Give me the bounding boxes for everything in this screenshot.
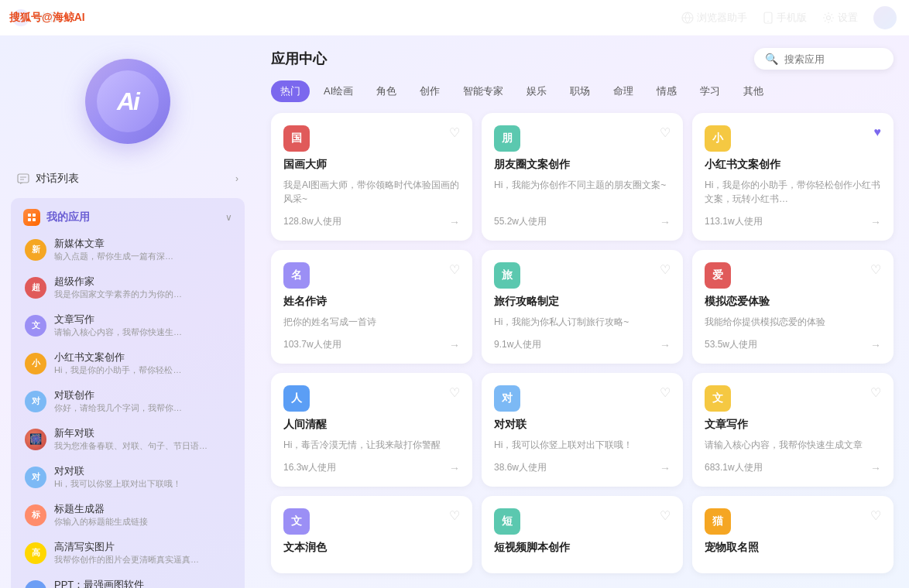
app-center-title: 应用中心 (271, 50, 327, 68)
card-heart-button[interactable]: ♡ (449, 508, 460, 523)
app-card[interactable]: 猫♡宠物取名照 (692, 496, 894, 573)
card-users: 683.1w人使用 (705, 461, 763, 474)
app-center-header: 应用中心 🔍 (271, 48, 894, 70)
card-icon: 对 (494, 385, 520, 412)
tab-娱乐[interactable]: 娱乐 (517, 80, 556, 102)
app-card[interactable]: 小♥小红书文案创作Hi，我是你的小助手，带你轻松创作小红书文案，玩转小红书…11… (692, 113, 894, 241)
sidebar-app-item[interactable]: 对对对联Hi，我可以你竖上联对出下联哦！ (17, 458, 238, 496)
card-heart-button[interactable]: ♡ (660, 385, 671, 400)
app-item-name: 超级作家 (54, 275, 231, 289)
sidebar-app-item[interactable]: 新新媒体文章输入点题，帮你生成一篇有深… (17, 231, 238, 268)
search-input[interactable] (784, 53, 883, 65)
tab-情感[interactable]: 情感 (647, 80, 686, 102)
card-arrow: → (660, 216, 671, 228)
tab-职场[interactable]: 职场 (561, 80, 599, 102)
card-heart-button[interactable]: ♡ (660, 262, 671, 277)
card-title: 短视频脚本创作 (494, 541, 671, 555)
tab-其他[interactable]: 其他 (734, 80, 773, 102)
app-badge: 文 (25, 315, 46, 337)
sidebar-app-item[interactable]: 标标题生成器你输入的标题能生成链接 (17, 496, 238, 534)
app-item-desc: 我为您准备春联、对联、句子、节日语… (54, 440, 231, 452)
tab-命理[interactable]: 命理 (604, 80, 643, 102)
sidebar-app-item[interactable]: 文文章写作请输入核心内容，我帮你快速生… (17, 306, 238, 344)
card-arrow: → (870, 462, 881, 474)
card-footer: 53.5w人使用→ (705, 338, 881, 351)
tab-AI绘画[interactable]: AI绘画 (314, 80, 362, 102)
app-item-info: PPT：最强画图软件xxx，自动化生成你喜欢的PPT… (54, 578, 231, 588)
card-header: 小♥ (705, 125, 881, 152)
card-header: 人♡ (283, 385, 460, 412)
card-arrow: → (660, 462, 671, 474)
watermark-text: 搜狐号@海鲸AI (9, 11, 85, 25)
category-tabs: 热门AI绘画角色创作智能专家娱乐职场命理情感学习其他 (271, 80, 894, 102)
app-badge: 标 (25, 504, 46, 526)
card-heart-button[interactable]: ♡ (449, 385, 460, 400)
app-card[interactable]: 旅♡旅行攻略制定Hi，我能为你私人订制旅行攻略~9.1w人使用→ (482, 250, 683, 364)
app-card[interactable]: 爱♡模拟恋爱体验我能给你提供模拟恋爱的体验53.5w人使用→ (692, 250, 894, 364)
tab-创作[interactable]: 创作 (410, 80, 449, 102)
app-item-desc: 我是你国家文学素养的力为你的… (54, 289, 231, 300)
ai-logo-inner: Ai (97, 70, 159, 132)
app-badge: 新 (25, 239, 46, 261)
app-card[interactable]: 人♡人间清醒Hi，毒舌冷漠无情，让我来敲打你警醒16.3w人使用→ (271, 373, 472, 487)
card-icon: 猫 (705, 508, 731, 535)
app-item-name: PPT：最强画图软件 (54, 578, 231, 588)
card-heart-button[interactable]: ♡ (449, 125, 460, 140)
card-icon: 小 (705, 125, 731, 152)
card-heart-button[interactable]: ♡ (660, 125, 671, 140)
card-title: 小红书文案创作 (705, 158, 881, 172)
tab-学习[interactable]: 学习 (691, 80, 729, 102)
card-icon: 人 (283, 385, 310, 412)
app-badge: 超 (25, 277, 46, 299)
card-heart-button[interactable]: ♡ (870, 508, 881, 523)
app-item-info: 新媒体文章输入点题，帮你生成一篇有深… (54, 237, 231, 262)
app-card[interactable]: 名♡姓名作诗把你的姓名写成一首诗103.7w人使用→ (271, 250, 472, 364)
my-apps-header[interactable]: 我的应用 ∨ (17, 204, 238, 231)
tab-智能专家[interactable]: 智能专家 (454, 80, 513, 102)
card-heart-button[interactable]: ♡ (449, 262, 460, 277)
app-card[interactable]: 文♡文章写作请输入核心内容，我帮你快速生成文章683.1w人使用→ (692, 373, 894, 487)
app-badge: PPT (25, 580, 46, 589)
card-icon: 文 (283, 508, 310, 535)
card-header: 旅♡ (494, 262, 671, 289)
sidebar-app-item[interactable]: PPTPPT：最强画图软件xxx，自动化生成你喜欢的PPT… (17, 572, 238, 588)
card-heart-button[interactable]: ♡ (870, 385, 881, 400)
sidebar-app-item[interactable]: 高高清写实图片我帮你创作的图片会更清晰真实逼真… (17, 534, 238, 572)
card-desc: Hi，我能为你私人订制旅行攻略~ (494, 315, 671, 329)
app-item-info: 小红书文案创作Hi，我是你的小助手，帮你轻松… (54, 350, 231, 376)
search-box[interactable]: 🔍 (754, 48, 894, 70)
card-desc: Hi，我可以你竖上联对出下联哦！ (494, 438, 671, 452)
conversation-list-label: 对话列表 (36, 172, 79, 186)
tab-角色[interactable]: 角色 (367, 80, 406, 102)
app-item-name: 小红书文案创作 (54, 350, 231, 364)
sidebar-app-item[interactable]: 超超级作家我是你国家文学素养的力为你的… (17, 268, 238, 306)
svg-rect-6 (33, 214, 36, 217)
card-icon: 短 (494, 508, 520, 535)
card-icon: 名 (283, 262, 310, 289)
card-heart-button[interactable]: ♡ (870, 262, 881, 277)
card-icon: 爱 (705, 262, 731, 289)
tab-热门[interactable]: 热门 (271, 80, 310, 102)
app-card[interactable]: 朋♡朋友圈文案创作Hi，我能为你创作不同主题的朋友圈文案~55.2w人使用→ (482, 113, 683, 241)
card-users: 16.3w人使用 (283, 461, 336, 474)
card-users: 113.1w人使用 (705, 215, 763, 228)
card-heart-button[interactable]: ♥ (874, 125, 882, 139)
app-item-name: 新媒体文章 (54, 237, 231, 251)
card-desc: Hi，我是你的小助手，带你轻松创作小红书文案，玩转小红书… (705, 178, 881, 206)
card-heart-button[interactable]: ♡ (660, 508, 671, 523)
app-card[interactable]: 对♡对对联Hi，我可以你竖上联对出下联哦！38.6w人使用→ (482, 373, 683, 487)
sidebar-app-item[interactable]: 🎆新年对联我为您准备春联、对联、句子、节日语… (17, 420, 238, 458)
app-card[interactable]: 短♡短视频脚本创作 (482, 496, 683, 573)
sidebar-app-item[interactable]: 对对联创作你好，请给我几个字词，我帮你… (17, 382, 238, 420)
app-card[interactable]: 文♡文本润色 (271, 496, 472, 573)
app-card[interactable]: 国♡国画大师我是AI图画大师，带你领略时代体验国画的风采~128.8w人使用→ (271, 113, 472, 241)
app-item-name: 文章写作 (54, 313, 231, 326)
card-title: 国画大师 (283, 158, 460, 172)
card-footer: 16.3w人使用→ (283, 461, 460, 474)
app-item-info: 对对联Hi，我可以你竖上联对出下联哦！ (54, 464, 231, 490)
card-users: 55.2w人使用 (494, 215, 547, 228)
sidebar-app-item[interactable]: 小小红书文案创作Hi，我是你的小助手，帮你轻松… (17, 344, 238, 382)
card-arrow: → (870, 216, 881, 228)
conversation-list-section[interactable]: 对话列表 › (11, 167, 245, 190)
svg-rect-5 (28, 214, 31, 217)
